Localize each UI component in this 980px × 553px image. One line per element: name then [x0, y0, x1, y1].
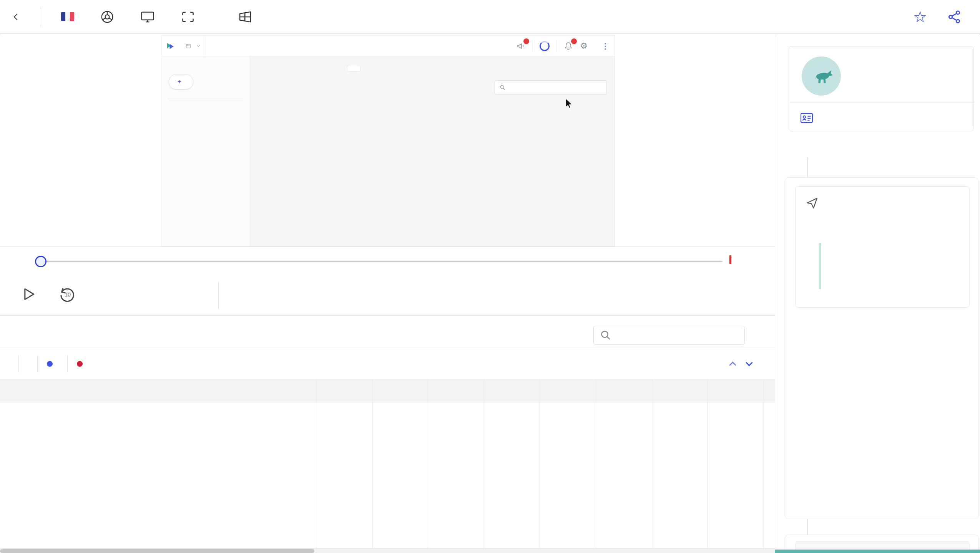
runs-page-title	[260, 66, 264, 78]
recorded-mouse-cursor	[565, 99, 573, 109]
search-icon	[500, 84, 506, 91]
replayed-app-sidebar: +	[162, 56, 250, 247]
network-panel	[0, 316, 775, 553]
loading-spinner-icon	[540, 41, 550, 51]
resolution-info	[181, 10, 218, 23]
share-icon[interactable]	[947, 10, 962, 24]
announcements-icon[interactable]	[516, 41, 525, 51]
session-datetime	[61, 12, 80, 21]
play-button[interactable]	[20, 276, 37, 315]
announcements-count-badge	[523, 38, 529, 44]
divider	[41, 7, 41, 27]
network-table-header	[0, 379, 775, 402]
chevron-left-icon	[14, 13, 20, 20]
hyena-icon	[809, 66, 834, 86]
chevron-down-icon	[197, 43, 200, 46]
visited-event-card[interactable]	[795, 186, 970, 308]
waterfall-gridlines	[316, 379, 775, 550]
end-time-label	[729, 255, 732, 264]
kebab-menu-icon[interactable]: ⋮	[601, 41, 609, 51]
monitor-icon	[140, 10, 155, 23]
windows-icon	[238, 10, 252, 23]
replayed-app-screen: ⚙ ⋮ +	[161, 35, 615, 247]
session-replay-app: ☆	[0, 0, 980, 553]
france-flag-icon	[61, 12, 74, 21]
network-filter-box[interactable]	[593, 326, 745, 345]
gear-icon[interactable]: ⚙	[580, 41, 588, 51]
horizontal-scrollbar[interactable]	[0, 548, 775, 553]
network-summary-bar	[0, 348, 775, 379]
player-controls: 10	[0, 276, 775, 316]
svg-text:10: 10	[65, 291, 71, 298]
red-dot-icon	[77, 361, 83, 367]
chrome-icon	[100, 10, 114, 24]
plus-icon: +	[178, 78, 181, 86]
favorite-star-icon[interactable]: ☆	[913, 9, 927, 25]
timeline-track[interactable]	[41, 247, 723, 276]
skip-inactivity-toggle[interactable]	[219, 276, 253, 315]
events-group-card	[785, 177, 978, 519]
project-icon	[186, 43, 191, 49]
device-info	[140, 10, 161, 23]
top-bar: ☆	[0, 0, 980, 34]
os-info	[238, 10, 259, 23]
divider	[532, 40, 533, 52]
back-10-icon: 10	[58, 285, 76, 303]
create-test-button[interactable]: +	[169, 74, 193, 89]
dom-content-loaded	[38, 361, 67, 367]
test-search-input[interactable]	[510, 84, 598, 91]
jump-previous-icon[interactable]	[729, 361, 736, 368]
event-connector	[807, 157, 808, 177]
navigation-icon	[805, 196, 819, 210]
network-filter-input[interactable]	[617, 329, 732, 341]
playhead-handle[interactable]	[35, 256, 47, 267]
replayed-app-content	[250, 56, 615, 247]
event-connector	[807, 519, 808, 535]
cli-banner	[347, 65, 361, 72]
metric-connector-line	[819, 243, 821, 289]
resolution-icon	[181, 10, 195, 23]
visual-progress-bar	[799, 238, 965, 243]
user-card	[789, 46, 974, 131]
app-logo-icon	[162, 36, 180, 56]
search-icon	[600, 329, 611, 341]
sidebar-bottom-bar	[775, 550, 980, 553]
divider	[789, 103, 973, 103]
session-info-sidebar	[775, 34, 980, 553]
bell-icon[interactable]	[564, 41, 573, 51]
replayed-app-navbar: ⚙ ⋮	[162, 36, 615, 56]
jump-next-icon[interactable]	[746, 359, 752, 366]
back-button[interactable]	[0, 15, 41, 19]
metadata-button[interactable]	[799, 111, 821, 125]
timeline-error-marker	[729, 255, 731, 264]
load-time	[68, 361, 97, 367]
replay-viewport: ⚙ ⋮ +	[0, 34, 775, 247]
divider	[18, 355, 19, 372]
bell-count-badge	[571, 38, 577, 44]
avatar	[802, 56, 841, 96]
blue-dot-icon	[47, 361, 53, 367]
project-selector[interactable]	[180, 36, 205, 56]
metadata-card-icon	[799, 111, 814, 125]
browser-info	[100, 10, 120, 24]
divider	[168, 99, 244, 99]
test-search-box[interactable]	[495, 80, 607, 95]
divider	[556, 40, 557, 52]
player-timeline	[0, 247, 775, 276]
play-icon	[20, 285, 37, 303]
timeline-base	[41, 261, 723, 262]
back-10s-button[interactable]: 10	[58, 276, 76, 315]
scrollbar-thumb[interactable]	[0, 549, 314, 553]
